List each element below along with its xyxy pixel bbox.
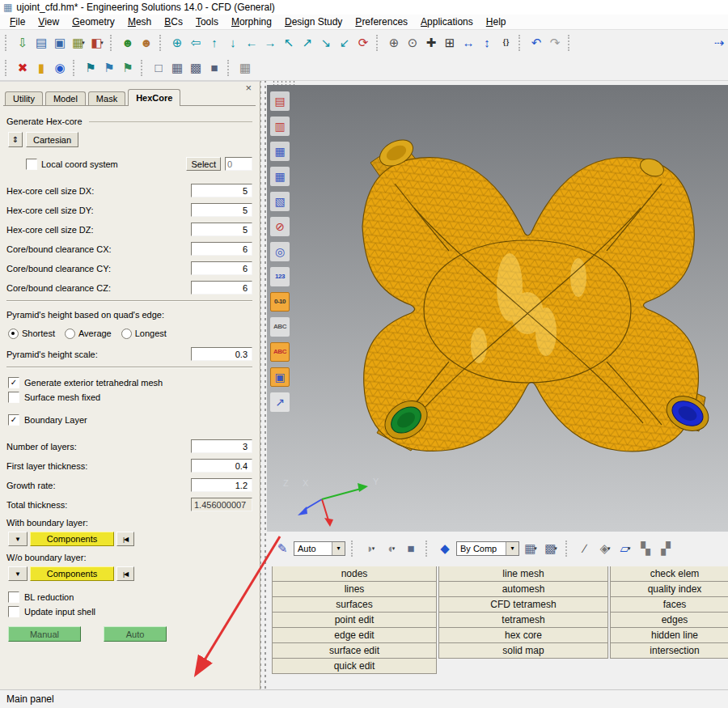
surface-display-icon-dropdown-arrow[interactable]: ▾ [372,545,375,551]
rotate-view-icon[interactable]: ⟳ [354,34,372,52]
labels-abc-icon[interactable]: ABC [270,317,290,337]
wo-bl-components-button[interactable]: Components [30,566,114,581]
spreadsheet-icon[interactable]: ▦ [236,59,254,77]
panel-cell-hidden-line[interactable]: hidden line [610,627,728,643]
braces-icon[interactable]: { } [497,34,514,52]
arrow-horizontal-icon[interactable]: ↔ [459,34,477,52]
redo-icon[interactable]: ↷ [546,34,564,52]
tab-model[interactable]: Model [45,91,86,106]
panel-splitter[interactable] [260,81,267,689]
view-iso-ne-icon[interactable]: ↗ [298,34,316,52]
zoom-in-icon[interactable]: ⊕ [385,34,403,52]
radio-longest[interactable] [121,329,132,339]
radio-shortest[interactable] [8,329,19,339]
mesh-style-icon[interactable]: ▦▾ [522,540,540,557]
hexcore-field-hex-core-cell-size-dz[interactable] [191,223,252,236]
capture-image-icon[interactable]: ▣ [270,367,290,387]
checkbox-bl-reduction[interactable] [8,591,19,603]
mask-flag-icon[interactable]: ⚑ [82,59,99,77]
arrow-vertical-icon[interactable]: ↕ [478,34,496,52]
panel-cell-lines[interactable]: lines [272,581,437,597]
reverse-flag-icon[interactable]: ⚑ [119,59,137,77]
plate-thickness-icon-dropdown-arrow[interactable]: ▾ [628,545,631,551]
zoom-extents-icon[interactable]: ⊕ [168,34,186,52]
undo-icon[interactable]: ↶ [527,34,545,52]
unmask-flag-icon[interactable]: ⚑ [100,59,118,77]
layer-field-number-of-layers[interactable] [191,439,252,453]
element-cube-icon[interactable]: ■ [402,540,420,557]
section-cut-icon[interactable]: ▧ [270,192,290,211]
panel-cell-edge-edit[interactable]: edge edit [272,627,437,643]
close-panel-icon[interactable]: × [245,82,252,94]
user-profile-icon[interactable]: ☻ [119,34,137,52]
shrink-elements-icon-dropdown-arrow[interactable]: ▾ [607,545,611,551]
menu-mesh[interactable]: Mesh [121,15,158,28]
menu-morphing[interactable]: Morphing [225,15,278,28]
menu-bcs[interactable]: BCs [158,15,189,28]
panel-cell-automesh[interactable]: automesh [438,581,608,597]
menu-help[interactable]: Help [480,15,513,28]
model-canvas[interactable]: Z X Y [267,85,728,532]
panel-cell-surface-edit[interactable]: surface edit [272,642,437,659]
checkbox-update-input-shell[interactable] [8,606,19,617]
hexcore-field-core-bound-clearance-cz[interactable] [191,281,252,295]
view-left-icon[interactable]: ← [243,34,260,52]
temp-nodes-icon[interactable]: ▮ [32,59,50,77]
panel-cell-solid-map[interactable]: solid map [438,642,608,659]
utility-user-icon[interactable]: ☻ [138,34,155,52]
mesh-block-alt-icon[interactable]: ▦ [270,167,290,186]
menu-view[interactable]: View [32,15,66,28]
with-bl-components-button[interactable]: Components [30,532,114,546]
panel-cell-cfd-tetramesh[interactable]: CFD tetramesh [438,596,608,613]
solid-cube-icon[interactable]: ■ [205,59,223,77]
panel-cell-nodes[interactable]: nodes [272,566,437,582]
vector-create-icon[interactable]: ⇢ [710,34,728,52]
organize-dropdown-icon[interactable]: ▦▾ [70,34,87,52]
coordinate-type-button[interactable]: Cartesian [26,132,78,147]
previous-view-icon[interactable]: ⇦ [187,34,205,52]
panel-cell-quality-index[interactable]: quality index [610,581,728,597]
panel-cell-edges[interactable]: edges [610,612,728,628]
local-coord-checkbox[interactable] [26,159,37,170]
plate-thickness-icon[interactable]: ▱▾ [616,540,634,557]
menu-tools[interactable]: Tools [189,15,225,28]
wo-bl-dropdown[interactable]: ▼ [8,566,28,581]
panel-cell-quick-edit[interactable]: quick edit [272,658,437,674]
manual-button[interactable]: Manual [8,626,81,642]
shaded-style-icon-dropdown-arrow[interactable]: ▾ [554,545,557,551]
hexcore-field-hex-core-cell-size-dy[interactable] [191,203,252,217]
tab-mask[interactable]: Mask [88,91,125,106]
panel-cell-surfaces[interactable]: surfaces [272,596,437,613]
solid-display-icon-dropdown-arrow[interactable]: ▾ [392,545,396,551]
panel-cell-point-edit[interactable]: point edit [272,612,437,628]
checkbox-surface-mesh-fixed[interactable] [8,392,19,403]
select-button[interactable]: Select [186,157,221,171]
panel-cell-intersection[interactable]: intersection [610,642,728,659]
view-iso-sw-icon[interactable]: ↙ [336,34,353,52]
menu-preferences[interactable]: Preferences [349,15,414,28]
panel-cell-line-mesh[interactable]: line mesh [438,566,608,582]
selector-pencil-icon[interactable]: ✎ [273,540,291,557]
menu-design-study[interactable]: Design Study [278,15,349,28]
tab-utility[interactable]: Utility [5,91,43,106]
coord-system-field[interactable] [225,157,252,171]
sphere-create-icon[interactable]: ◉ [51,59,69,77]
numbers-display-icon[interactable]: 123 [270,267,290,286]
organize-dropdown-icon-dropdown-arrow[interactable]: ▾ [82,40,85,45]
contour-range-icon[interactable]: 0-10 [270,292,290,312]
solid-display-icon[interactable]: ◖▾ [382,540,400,557]
display-dropdown-icon-dropdown-arrow[interactable]: ▾ [100,40,104,45]
view-right-icon[interactable]: → [261,34,279,52]
display-dropdown-icon[interactable]: ◧▾ [88,34,106,52]
mask-clear-icon[interactable]: ⊘ [270,217,290,236]
wireframe-cube-icon[interactable]: □ [150,59,167,77]
shaded-style-icon[interactable]: ▩▾ [542,540,560,557]
mesh-cube-icon[interactable]: ▦ [168,59,186,77]
selection-mode-combo[interactable]: Auto▾ [294,541,345,556]
menu-file[interactable]: File [3,15,32,28]
panel-cell-faces[interactable]: faces [610,596,728,613]
hexcore-field-hex-core-cell-size-dx[interactable] [191,184,252,197]
vector-display-icon[interactable]: ↗ [270,392,290,412]
color-mode-icon[interactable]: ◆ [436,540,454,557]
tab-hexcore[interactable]: HexCore [128,89,180,106]
